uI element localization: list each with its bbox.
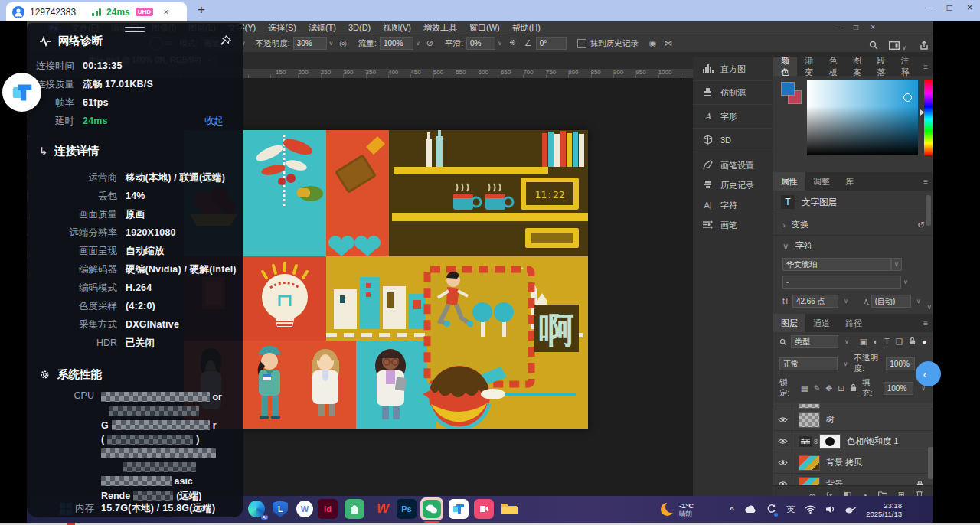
menu-item[interactable]: 视图(V) — [377, 21, 417, 34]
filter-dropdown-icon[interactable]: ∨ — [842, 338, 851, 345]
leading-dropdown-icon[interactable]: ∨ — [914, 298, 923, 305]
todesk-icon[interactable] — [449, 499, 469, 519]
glyphs-panel-button[interactable]: A 字形 — [693, 105, 773, 129]
layer-fill-field[interactable]: 100% — [884, 382, 913, 395]
lock-move-icon[interactable]: ✥ — [825, 383, 832, 393]
green-bag-app-icon[interactable] — [345, 499, 364, 519]
clock-time[interactable]: 23:18 — [884, 501, 902, 510]
layer-thumbnail[interactable] — [799, 477, 820, 486]
device-icon[interactable] — [845, 503, 856, 517]
new-tab-button[interactable]: + — [198, 2, 205, 18]
menu-item[interactable]: 3D(D) — [342, 21, 377, 34]
panel-menu-icon[interactable]: ≡ — [917, 172, 933, 191]
lock-all-icon[interactable] — [850, 383, 857, 393]
onedrive-cloud-icon[interactable] — [744, 503, 756, 517]
reset-icon[interactable]: ↺ — [917, 220, 925, 230]
layer-row-hue-sat[interactable]: 8 色相/饱和度 1 — [773, 431, 933, 452]
font-size-field[interactable]: 42.66 点 — [792, 295, 838, 308]
w-circle-app-icon[interactable]: W — [295, 499, 315, 519]
edge-ai-icon[interactable]: AI — [247, 499, 266, 519]
layer-row-bg-copy[interactable]: 背景 拷贝 — [773, 452, 933, 474]
filter-type-icon[interactable]: T — [884, 337, 889, 347]
scroll-down-icon[interactable]: ∨ — [926, 303, 932, 311]
filter-adjustment-icon[interactable]: ◐ — [874, 337, 878, 347]
leading-field[interactable]: (自动) — [871, 295, 911, 308]
clone-source-panel-button[interactable]: 仿制源 — [693, 81, 773, 105]
font-family-dropdown-icon[interactable]: ∨ — [891, 258, 902, 271]
filter-toggle-icon[interactable]: ● — [922, 337, 926, 347]
tab-adjustments[interactable]: 调整 — [805, 172, 838, 191]
properties-scrollbar[interactable] — [926, 195, 931, 226]
tab-swatches[interactable]: 色板 — [822, 57, 845, 76]
opacity-field[interactable]: 30% — [293, 37, 327, 50]
font-style-dropdown-icon[interactable]: ∨ — [901, 279, 910, 285]
menu-item[interactable]: 窗口(W) — [463, 21, 506, 34]
layer-filter-select[interactable]: 类型 — [791, 335, 838, 348]
font-style-select[interactable]: - — [782, 276, 901, 289]
wifi-icon[interactable] — [805, 503, 816, 517]
pink-video-app-icon[interactable] — [474, 499, 494, 519]
saturation-brightness-field[interactable] — [807, 80, 918, 155]
erase-history-checkbox[interactable] — [577, 39, 586, 48]
tab-color[interactable]: 颜色 — [773, 57, 797, 76]
menu-item[interactable]: 滤镜(T) — [302, 21, 342, 34]
shield-app-icon[interactable]: L — [270, 499, 290, 519]
tab-patterns[interactable]: 图案 — [845, 57, 869, 76]
layer-row-tree[interactable]: 树 — [773, 409, 933, 431]
smooth-dropdown-icon[interactable]: ∨ — [495, 40, 505, 47]
flow-field[interactable]: 100% — [380, 37, 413, 50]
layer-row-background[interactable]: 背景 — [773, 474, 933, 485]
lock-transparent-icon[interactable]: ▦ — [801, 383, 808, 393]
ps-restore-button[interactable]: □ — [854, 23, 858, 31]
layer-opacity-field[interactable]: 100% — [886, 357, 915, 370]
filter-shape-icon[interactable]: ❏ — [896, 337, 903, 347]
collapse-link[interactable]: 收起 — [204, 115, 224, 128]
search-icon[interactable] — [869, 39, 878, 53]
weather-widget[interactable]: -1°C 晴朗 — [661, 496, 694, 523]
sidebar-collapse-chevron[interactable]: ‹ — [916, 361, 941, 386]
brush-settings-panel-button[interactable]: 画笔设置 — [693, 155, 773, 175]
symmetry-icon[interactable]: ⋈ — [664, 38, 672, 48]
ps-minimize-button[interactable]: – — [838, 23, 842, 31]
smooth-field[interactable]: 0% — [466, 37, 495, 50]
menu-item[interactable]: 选择(S) — [262, 21, 302, 34]
lock-artboard-icon[interactable]: ⊡ — [838, 383, 844, 393]
todesk-floating-ball[interactable] — [2, 73, 41, 112]
brushes-panel-button[interactable]: 画笔 — [693, 215, 773, 235]
tab-channels[interactable]: 通道 — [805, 314, 838, 332]
tab-paths[interactable]: 路径 — [838, 314, 870, 332]
visibility-eye-icon[interactable] — [773, 452, 792, 473]
visibility-eye-icon[interactable] — [773, 409, 792, 430]
adjustment-layer-icon[interactable] — [799, 436, 812, 447]
workspace-switcher-icon[interactable]: ∨ — [889, 39, 909, 53]
share-icon[interactable] — [920, 39, 929, 53]
blend-mode-select[interactable]: 正常 — [779, 357, 838, 370]
visibility-eye-icon[interactable] — [773, 474, 792, 485]
sync-icon[interactable] — [766, 503, 776, 517]
pressure-opacity-icon[interactable]: ◎ — [339, 38, 347, 48]
canvas-artwork[interactable]: 11:22 — [184, 130, 588, 429]
blend-dropdown-icon[interactable]: ∨ — [841, 360, 851, 367]
airbrush-icon[interactable]: ⊘ — [426, 38, 433, 48]
tray-expand-icon[interactable]: ^ — [730, 505, 734, 514]
angle-field[interactable]: 0° — [536, 37, 567, 50]
tab-notes[interactable]: 注释 — [893, 57, 917, 76]
transform-chevron-icon[interactable]: › — [782, 220, 786, 230]
history-panel-button[interactable]: 历史记录 — [693, 175, 773, 195]
foreground-color-swatch[interactable] — [781, 82, 795, 96]
flow-dropdown-icon[interactable]: ∨ — [413, 40, 423, 47]
tab-paragraph[interactable]: 段落 — [869, 57, 893, 76]
volume-icon[interactable] — [826, 503, 835, 517]
window-maximize-button[interactable]: □ — [947, 2, 952, 13]
threed-panel-button[interactable]: 3D — [693, 129, 773, 152]
session-tab[interactable]: 129742383 24ms UHD × — [6, 2, 187, 21]
menu-item[interactable]: 帮助(H) — [506, 21, 547, 34]
character-panel-button[interactable]: A| 字符 — [693, 195, 773, 215]
clock-date[interactable]: 2025/11/13 — [866, 510, 902, 518]
toolbar-handle-icon[interactable] — [125, 27, 145, 32]
opacity-dropdown-icon[interactable]: ∨ — [327, 40, 336, 47]
window-minimize-button[interactable]: – — [927, 2, 933, 13]
wechat-icon[interactable] — [420, 497, 443, 520]
histogram-panel-button[interactable]: 直方图 — [693, 57, 773, 81]
panel-menu-icon[interactable]: ≡ — [917, 57, 933, 76]
